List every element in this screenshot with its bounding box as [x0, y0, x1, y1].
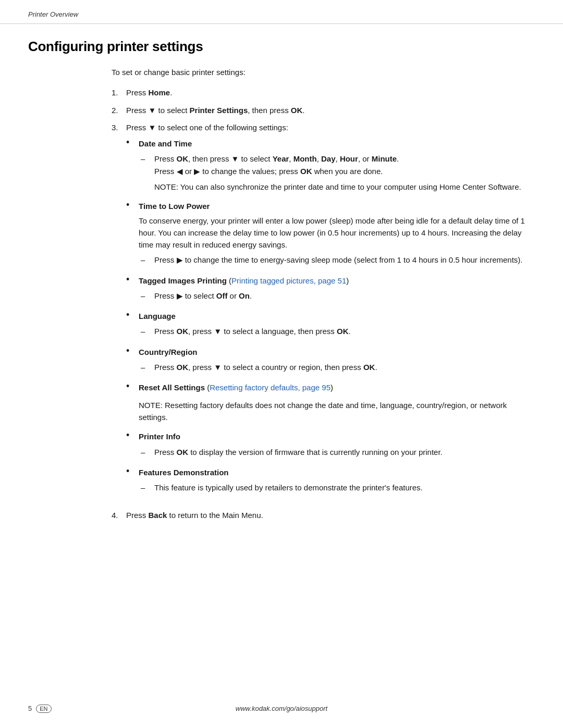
printer-info-dashes: – Press OK to display the version of fir… [139, 446, 535, 458]
dash-item-3: – Press ▶ to select Off or On. [139, 290, 535, 302]
setting-language: • Language – Press OK, press ▼ to select… [126, 310, 535, 341]
page-title: Configuring printer settings [28, 39, 535, 55]
page-container: Printer Overview Configuring printer set… [0, 0, 563, 728]
step-3-num: 3. [112, 121, 126, 133]
dash-icon-3: – [139, 290, 154, 302]
step-4-content: Press Back to return to the Main Menu. [126, 509, 535, 521]
header-area: Printer Overview [0, 0, 563, 24]
arrow-down-icon-2: ▼ [149, 121, 156, 133]
bullet-icon-6: • [126, 381, 139, 392]
dash-icon-4: – [139, 325, 154, 337]
note-indent: NOTE: You can also synchronize the print… [154, 181, 535, 193]
main-content: Configuring printer settings To set or c… [0, 24, 563, 558]
step-2-num: 2. [112, 104, 126, 116]
footer-url: www.kodak.com/go/aiosupport [236, 705, 327, 712]
dash-icon-5: – [139, 361, 154, 373]
setting-features-demo-content: Features Demonstration – This feature is… [139, 466, 535, 497]
step-1-num: 1. [112, 87, 126, 98]
arrow-right-icon: ▶ [194, 165, 200, 177]
setting-time-low-power: • Time to Low Power To conserve energy, … [126, 200, 535, 269]
dash-content: Press OK, then press ▼ to select Year, M… [154, 153, 535, 177]
bullet-icon-2: • [126, 200, 139, 211]
step-2: 2. Press ▼ to select Printer Settings, t… [112, 104, 535, 116]
intro-text: To set or change basic printer settings: [112, 66, 535, 78]
time-low-power-para: To conserve energy, your printer will en… [139, 215, 535, 251]
time-low-power-dashes: – Press ▶ to change the time to energy-s… [139, 254, 535, 266]
step-3: 3. Press ▼ to select one of the followin… [112, 121, 535, 502]
bullet-icon-7: • [126, 430, 139, 441]
page-num-text: 5 [28, 705, 32, 712]
language-dashes: – Press OK, press ▼ to select a language… [139, 325, 535, 337]
reset-all-note: NOTE: Resetting factory defaults does no… [139, 400, 535, 423]
step-1: 1. Press Home. [112, 87, 535, 98]
en-badge: EN [36, 705, 51, 713]
step-1-content: Press Home. [126, 87, 535, 98]
dash-item: – Press OK, then press ▼ to select Year,… [139, 153, 535, 177]
setting-tagged-images-content: Tagged Images Printing (Printing tagged … [139, 275, 535, 305]
bullet-icon: • [126, 137, 139, 149]
bullet-icon-8: • [126, 466, 139, 477]
setting-time-low-power-content: Time to Low Power To conserve energy, yo… [139, 200, 535, 269]
setting-printer-info: • Printer Info – Press OK to display the… [126, 430, 535, 461]
features-demo-dashes: – This feature is typically used by reta… [139, 482, 535, 493]
setting-country-region-content: Country/Region – Press OK, press ▼ to se… [139, 346, 535, 377]
dash-icon-7: – [139, 482, 154, 493]
arrow-down-icon-4: ▼ [214, 325, 222, 337]
settings-list: • Date and Time – Press OK, then press ▼… [126, 138, 535, 497]
step-3-content: Press ▼ to select one of the following s… [126, 121, 535, 502]
step-2-content: Press ▼ to select Printer Settings, then… [126, 104, 535, 116]
arrow-right-icon-3: ▶ [177, 290, 183, 302]
setting-language-content: Language – Press OK, press ▼ to select a… [139, 310, 535, 341]
breadcrumb: Printer Overview [28, 10, 78, 18]
setting-date-time-content: Date and Time – Press OK, then press ▼ t… [139, 138, 535, 195]
dash-item-2: – Press ▶ to change the time to energy-s… [139, 254, 535, 266]
dash-content-7: This feature is typically used by retail… [154, 482, 535, 493]
setting-country-region: • Country/Region – Press OK, press ▼ to … [126, 346, 535, 377]
date-time-note: NOTE: You can also synchronize the print… [139, 181, 535, 193]
dash-content-5: Press OK, press ▼ to select a country or… [154, 361, 535, 373]
bullet-icon-4: • [126, 310, 139, 321]
step-4: 4. Press Back to return to the Main Menu… [112, 509, 535, 521]
dash-icon: – [139, 153, 154, 165]
numbered-steps-list: 1. Press Home. 2. Press ▼ to select Prin… [112, 87, 535, 521]
dash-item-4: – Press OK, press ▼ to select a language… [139, 325, 535, 337]
footer: 5 EN www.kodak.com/go/aiosupport [0, 705, 563, 712]
tagged-images-dashes: – Press ▶ to select Off or On. [139, 290, 535, 302]
setting-date-time: • Date and Time – Press OK, then press ▼… [126, 138, 535, 195]
setting-reset-all-content: Reset All Settings (Resetting factory de… [139, 381, 535, 425]
arrow-right-icon-2: ▶ [177, 254, 183, 266]
reset-all-link[interactable]: Resetting factory defaults, page 95 [210, 383, 331, 392]
dash-item-5: – Press OK, press ▼ to select a country … [139, 361, 535, 373]
features-demonstration-label: Features Demonstration [139, 468, 229, 477]
date-time-dashes: – Press OK, then press ▼ to select Year,… [139, 153, 535, 177]
step-4-num: 4. [112, 509, 126, 521]
dash-content-6: Press OK to display the version of firmw… [154, 446, 535, 458]
dash-item-6: – Press OK to display the version of fir… [139, 446, 535, 458]
dash-item-7: – This feature is typically used by reta… [139, 482, 535, 493]
setting-reset-all: • Reset All Settings (Resetting factory … [126, 381, 535, 425]
tagged-images-link[interactable]: Printing tagged pictures, page 51 [231, 276, 346, 285]
arrow-left-icon: ◀ [177, 165, 183, 177]
setting-features-demo: • Features Demonstration – This feature … [126, 466, 535, 497]
footer-page-number: 5 EN [28, 705, 52, 713]
arrow-down-icon: ▼ [149, 104, 156, 116]
dash-icon-2: – [139, 254, 154, 266]
arrow-down-icon-3: ▼ [231, 153, 239, 165]
dash-content-3: Press ▶ to select Off or On. [154, 290, 535, 302]
setting-tagged-images: • Tagged Images Printing (Printing tagge… [126, 275, 535, 305]
dash-content-4: Press OK, press ▼ to select a language, … [154, 325, 535, 337]
bullet-icon-5: • [126, 346, 139, 357]
bullet-icon-3: • [126, 274, 139, 286]
country-region-dashes: – Press OK, press ▼ to select a country … [139, 361, 535, 373]
arrow-down-icon-5: ▼ [214, 361, 222, 373]
setting-printer-info-content: Printer Info – Press OK to display the v… [139, 430, 535, 461]
dash-icon-6: – [139, 446, 154, 458]
dash-content-2: Press ▶ to change the time to energy-sav… [154, 254, 535, 266]
